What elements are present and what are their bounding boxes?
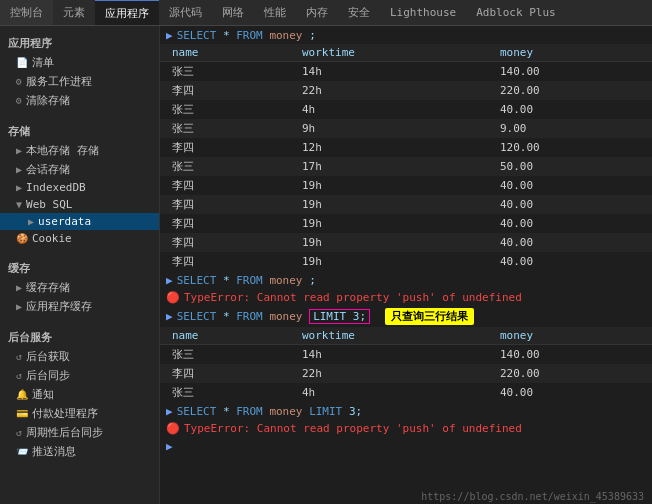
sql-line-3: ▶ SELECT * FROM money LIMIT 3; 只查询三行结果 [160, 306, 652, 327]
sidebar-item-cookie[interactable]: 🍪 Cookie [0, 230, 159, 247]
sql-query-4: SELECT * FROM money LIMIT 3; [177, 405, 363, 418]
sidebar-item-session-storage[interactable]: ▶ 会话存储 [0, 160, 159, 179]
sql-block-4: ▶ SELECT * FROM money LIMIT 3; 🔴 TypeErr… [160, 402, 652, 455]
sql-prompt-3: ▶ [166, 310, 173, 323]
sidebar-item-notifications[interactable]: 🔔 通知 [0, 385, 159, 404]
session-storage-icon: ▶ [16, 164, 22, 175]
tab-memory[interactable]: 内存 [296, 0, 338, 25]
table-header-row-1: name worktime money [160, 44, 652, 62]
table-row: 李四19h40.00 [160, 214, 652, 233]
cookie-icon: 🍪 [16, 233, 28, 244]
sql-block-1: ▶ SELECT * FROM money ; name worktime mo… [160, 26, 652, 271]
annotation-bubble: 只查询三行结果 [385, 308, 474, 325]
sidebar-item-userdata[interactable]: ▶ userdata [0, 213, 159, 230]
table-header-row-3: name worktime money [160, 327, 652, 345]
tab-application[interactable]: 应用程序 [95, 0, 159, 25]
table-row: 李四22h220.00 [160, 81, 652, 100]
sidebar-item-indexeddb[interactable]: ▶ IndexedDB [0, 179, 159, 196]
table-row: 张三14h140.00 [160, 345, 652, 365]
table-row: 张三4h40.00 [160, 100, 652, 119]
bg-sync-icon: ↺ [16, 370, 22, 381]
tab-performance[interactable]: 性能 [254, 0, 296, 25]
bg-fetch-icon: ↺ [16, 351, 22, 362]
userdata-icon: ▶ [28, 216, 34, 227]
table-row: 李四12h120.00 [160, 138, 652, 157]
sidebar: 应用程序 📄 清单 ⚙ 服务工作进程 ⚙ 清除存储 存储 ▶ 本地存储 存储 ▶… [0, 26, 160, 504]
section-storage: 存储 [0, 118, 159, 141]
error-text-4: TypeError: Cannot read property 'push' o… [184, 422, 522, 435]
table-row: 张三17h50.00 [160, 157, 652, 176]
limit-highlight: LIMIT 3; [309, 309, 370, 324]
table-row: 李四19h40.00 [160, 233, 652, 252]
result-table-3: name worktime money 张三14h140.00李四22h220.… [160, 327, 652, 402]
main-layout: 应用程序 📄 清单 ⚙ 服务工作进程 ⚙ 清除存储 存储 ▶ 本地存储 存储 ▶… [0, 26, 652, 504]
web-sql-icon: ▼ [16, 199, 22, 210]
notification-icon: 🔔 [16, 389, 28, 400]
sql-query-2: SELECT * FROM money ; [177, 274, 316, 287]
sidebar-item-service-worker[interactable]: ⚙ 服务工作进程 [0, 72, 159, 91]
sidebar-item-periodic-sync[interactable]: ↺ 周期性后台同步 [0, 423, 159, 442]
section-background: 后台服务 [0, 324, 159, 347]
tab-elements[interactable]: 元素 [53, 0, 95, 25]
error-line-4: 🔴 TypeError: Cannot read property 'push'… [160, 420, 652, 437]
result-table-1: name worktime money 张三14h140.00李四22h220.… [160, 44, 652, 271]
sql-prompt-empty[interactable]: ▶ [160, 437, 652, 455]
manifest-icon: 📄 [16, 57, 28, 68]
sql-query-3: SELECT * FROM money LIMIT 3; 只查询三行结果 [177, 308, 474, 325]
table-row: 张三4h40.00 [160, 383, 652, 402]
error-line-2: 🔴 TypeError: Cannot read property 'push'… [160, 289, 652, 306]
sidebar-item-manifest[interactable]: 📄 清单 [0, 53, 159, 72]
watermark: https://blog.csdn.net/weixin_45389633 [421, 491, 644, 502]
table-row: 李四19h40.00 [160, 176, 652, 195]
sql-query-1: SELECT * FROM money ; [177, 29, 316, 42]
sql-line-1: ▶ SELECT * FROM money ; [160, 26, 652, 44]
content-area: ▶ SELECT * FROM money ; name worktime mo… [160, 26, 652, 504]
tab-adblock[interactable]: Adblock Plus [466, 0, 565, 25]
col-worktime-1: worktime [290, 44, 488, 62]
sql-line-2: ▶ SELECT * FROM money ; [160, 271, 652, 289]
sidebar-item-payment-handler[interactable]: 💳 付款处理程序 [0, 404, 159, 423]
sidebar-item-push-msg[interactable]: 📨 推送消息 [0, 442, 159, 461]
sidebar-item-bg-fetch[interactable]: ↺ 后台获取 [0, 347, 159, 366]
table-row: 张三9h9.00 [160, 119, 652, 138]
tab-lighthouse[interactable]: Lighthouse [380, 0, 466, 25]
tab-network[interactable]: 网络 [212, 0, 254, 25]
sidebar-item-bg-sync[interactable]: ↺ 后台同步 [0, 366, 159, 385]
col-name-1: name [160, 44, 290, 62]
sql-prompt-1: ▶ [166, 29, 173, 42]
push-icon: 📨 [16, 446, 28, 457]
sidebar-item-local-storage[interactable]: ▶ 本地存储 存储 [0, 141, 159, 160]
prompt-cursor: ▶ [166, 440, 173, 453]
sidebar-item-clear-storage[interactable]: ⚙ 清除存储 [0, 91, 159, 110]
local-storage-icon: ▶ [16, 145, 22, 156]
col-money-1: money [488, 44, 652, 62]
clear-storage-icon: ⚙ [16, 95, 22, 106]
tab-security[interactable]: 安全 [338, 0, 380, 25]
tab-console1[interactable]: 控制台 [0, 0, 53, 25]
section-cache: 缓存 [0, 255, 159, 278]
sidebar-item-web-sql[interactable]: ▼ Web SQL [0, 196, 159, 213]
error-text-2: TypeError: Cannot read property 'push' o… [184, 291, 522, 304]
tab-source[interactable]: 源代码 [159, 0, 212, 25]
error-icon-4: 🔴 [166, 422, 180, 435]
sql-prompt-2: ▶ [166, 274, 173, 287]
app-cache-icon: ▶ [16, 301, 22, 312]
table-row: 张三14h140.00 [160, 62, 652, 82]
col-name-3: name [160, 327, 290, 345]
service-worker-icon: ⚙ [16, 76, 22, 87]
sidebar-item-cache-storage[interactable]: ▶ 缓存存储 [0, 278, 159, 297]
sidebar-item-app-cache[interactable]: ▶ 应用程序缓存 [0, 297, 159, 316]
sql-block-3: ▶ SELECT * FROM money LIMIT 3; 只查询三行结果 n… [160, 306, 652, 402]
error-icon-2: 🔴 [166, 291, 180, 304]
sql-line-4: ▶ SELECT * FROM money LIMIT 3; [160, 402, 652, 420]
tab-bar: 控制台 元素 应用程序 源代码 网络 性能 内存 安全 Lighthouse A… [0, 0, 652, 26]
table-row: 李四19h40.00 [160, 252, 652, 271]
table-row: 李四22h220.00 [160, 364, 652, 383]
sql-prompt-4: ▶ [166, 405, 173, 418]
table-row: 李四19h40.00 [160, 195, 652, 214]
sql-block-2: ▶ SELECT * FROM money ; 🔴 TypeError: Can… [160, 271, 652, 306]
section-application: 应用程序 [0, 30, 159, 53]
col-worktime-3: worktime [290, 327, 488, 345]
cache-storage-icon: ▶ [16, 282, 22, 293]
payment-icon: 💳 [16, 408, 28, 419]
